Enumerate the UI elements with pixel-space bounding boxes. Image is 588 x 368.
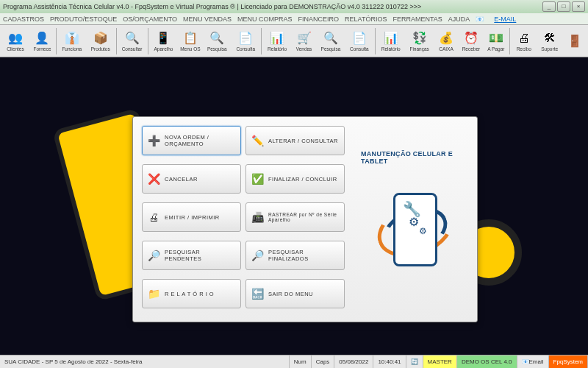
dialog-button-grid: ➕NOVA ORDEM / ORÇAMENTO✏️ALTERAR / CONSU… xyxy=(133,117,354,322)
gear-icon: ⚙ xyxy=(419,226,427,236)
aparelho-icon: 📱 xyxy=(155,30,171,46)
fornece-icon: 👤 xyxy=(34,30,50,46)
logo-pane: MANUTENÇÃO CELULAR E TABLET ⚙ ⚙ 🔧 xyxy=(354,117,477,322)
toolbar: 👥Clientes👤Fornece👔Funciona📦Produtos🔍Cons… xyxy=(0,25,588,57)
dlg-btn-4[interactable]: 🖨EMITIR / IMPRIMIR xyxy=(142,202,241,232)
window-controls: _ □ × xyxy=(542,1,585,12)
menu-os-orcamento[interactable]: OS/ORÇAMENTO xyxy=(123,15,177,23)
a pagar-icon: 💵 xyxy=(488,30,504,46)
toolbar-relatório[interactable]: 📊Relatório xyxy=(263,26,291,56)
pesquisa-icon: 🔍 xyxy=(209,30,225,46)
status-caps: Caps xyxy=(312,355,335,368)
toolbar-consulta[interactable]: 📄Consulta xyxy=(345,26,373,56)
dlg-btn-1[interactable]: ✏️ALTERAR / CONSULTAR xyxy=(245,126,345,155)
status-user: MASTER xyxy=(423,355,457,368)
toolbar-pesquisa[interactable]: 🔍Pesquisa xyxy=(317,26,345,56)
menu-ferramentas[interactable]: FERRAMENTAS xyxy=(392,15,442,23)
toolbar-caixa[interactable]: 💰CAIXA xyxy=(434,26,459,56)
consultar-icon: 🔍 xyxy=(124,30,140,46)
relatório-icon: 📊 xyxy=(269,30,285,46)
vendas-icon: 🛒 xyxy=(296,30,312,46)
toolbar-a pagar[interactable]: 💵A Pagar xyxy=(484,26,508,56)
toolbar-fornece[interactable]: 👤Fornece xyxy=(30,26,54,56)
dlg-btn-2[interactable]: ❌CANCELAR xyxy=(142,164,241,194)
minimize-button[interactable]: _ xyxy=(542,1,556,12)
titlebar-text: Programa Assistência Técnica Celular v4.… xyxy=(3,3,542,10)
funciona-icon: 👔 xyxy=(64,30,80,46)
toolbar-receber[interactable]: ⏰Receber xyxy=(459,26,484,56)
status-mail[interactable]: 📧 Email xyxy=(517,355,549,368)
logo-image: ⚙ ⚙ 🔧 xyxy=(368,171,463,289)
toolbar-aparelho[interactable]: 📱Aparelho xyxy=(150,26,178,56)
toolbar-produtos[interactable]: 📦Produtos xyxy=(87,26,115,56)
produtos-icon: 📦 xyxy=(93,30,109,46)
toolbar-clientes[interactable]: 👥Clientes xyxy=(1,26,29,56)
dlg-btn-3[interactable]: ✅FINALIZAR / CONCLUIR xyxy=(245,164,345,194)
status-time: 10:40:41 xyxy=(373,355,406,368)
os-menu-dialog: ➕NOVA ORDEM / ORÇAMENTO✏️ALTERAR / CONSU… xyxy=(132,116,478,322)
toolbar-suporte[interactable]: 🛠Suporte xyxy=(537,26,562,56)
dlg-btn-6[interactable]: 🔎PESQUISAR PENDENTES xyxy=(142,241,241,270)
status-num: Num xyxy=(290,355,312,368)
statusbar: SUA CIDADE - SP 5 de Agosto de 2022 - Se… xyxy=(0,355,588,368)
menu-ajuda[interactable]: AJUDA xyxy=(448,15,470,23)
toolbar-exit[interactable]: 🚪 xyxy=(562,26,587,56)
dlg-btn-8[interactable]: 📁R E L A T Ó R I O xyxy=(142,279,241,308)
menu-cadastros[interactable]: CADASTROS xyxy=(3,15,44,23)
toolbar-recibo[interactable]: 🖨Recibo xyxy=(512,26,536,56)
menu-email[interactable]: E-MAIL xyxy=(494,15,516,23)
status-date: 05/08/2022 xyxy=(334,355,373,368)
menubar: CADASTROS PRODUTO/ESTOQUE OS/ORÇAMENTO M… xyxy=(0,13,588,25)
status-db: DEMO OS CEL 4.0 xyxy=(457,355,517,368)
menu-compras[interactable]: MENU COMPRAS xyxy=(237,15,293,23)
dlg-btn-5[interactable]: 📠RASTREAR por Nº de Série Aparelho xyxy=(245,202,345,232)
wrench-icon: 🔧 xyxy=(403,200,421,218)
finanças-icon: 💱 xyxy=(412,30,428,46)
toolbar-relatório[interactable]: 📊Relatório xyxy=(377,26,405,56)
logo-title: MANUTENÇÃO CELULAR E TABLET xyxy=(361,150,470,165)
toolbar-consultar[interactable]: 🔍Consultar xyxy=(118,26,146,56)
close-button[interactable]: × xyxy=(572,1,585,12)
menu-vendas[interactable]: MENU VENDAS xyxy=(183,15,232,23)
exit-icon: 🚪 xyxy=(567,32,583,49)
receber-icon: ⏰ xyxy=(463,30,479,46)
dlg-btn-0[interactable]: ➕NOVA ORDEM / ORÇAMENTO xyxy=(142,126,241,155)
consulta-icon: 📄 xyxy=(237,30,254,46)
dlg-btn-9[interactable]: 🔙SAIR DO MENU xyxy=(245,279,345,308)
toolbar-consulta[interactable]: 📄Consulta xyxy=(232,26,259,56)
toolbar-pesquisa[interactable]: 🔍Pesquisa xyxy=(203,26,231,56)
pesquisa-icon: 🔍 xyxy=(323,30,339,46)
caixa-icon: 💰 xyxy=(438,30,454,46)
toolbar-funciona[interactable]: 👔Funciona xyxy=(58,26,86,56)
titlebar: Programa Assistência Técnica Celular v4.… xyxy=(0,0,588,13)
suporte-icon: 🛠 xyxy=(542,30,558,46)
clientes-icon: 👥 xyxy=(7,30,24,46)
maximize-button[interactable]: □ xyxy=(557,1,570,12)
dlg-btn-7[interactable]: 🔎PESQUISAR FINALIZADOS xyxy=(245,241,345,270)
status-sync-icon[interactable]: 🔄 xyxy=(406,355,423,368)
status-brand: FpqSystem xyxy=(549,355,588,368)
consulta-icon: 📄 xyxy=(351,30,368,46)
workspace: ➕NOVA ORDEM / ORÇAMENTO✏️ALTERAR / CONSU… xyxy=(0,57,588,355)
relatório-icon: 📊 xyxy=(383,30,399,46)
recibo-icon: 🖨 xyxy=(516,30,532,46)
menu-relatorios[interactable]: RELATÓRIOS xyxy=(345,15,387,23)
menu-financeiro[interactable]: FINANCEIRO xyxy=(298,15,340,23)
status-location: SUA CIDADE - SP 5 de Agosto de 2022 - Se… xyxy=(0,355,290,368)
menu-produto-estoque[interactable]: PRODUTO/ESTOQUE xyxy=(50,15,117,23)
toolbar-finanças[interactable]: 💱Finanças xyxy=(406,26,434,56)
menu os-icon: 📋 xyxy=(182,30,198,46)
toolbar-menu os[interactable]: 📋Menu OS xyxy=(178,26,202,56)
toolbar-vendas[interactable]: 🛒Vendas xyxy=(292,26,316,56)
